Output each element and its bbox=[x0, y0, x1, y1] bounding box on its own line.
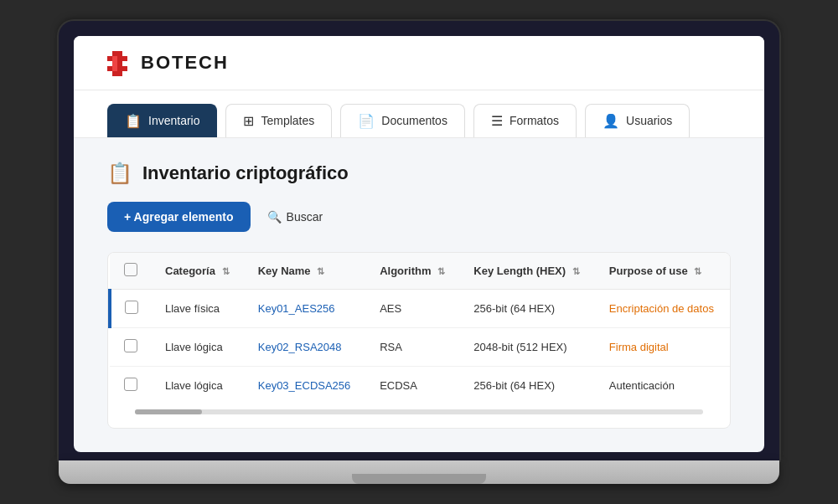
page-title-icon: 📋 bbox=[107, 162, 132, 185]
col-purpose-label: Purpose of use bbox=[609, 265, 688, 277]
logo-icon bbox=[107, 49, 134, 76]
col-key-length-label: Key Length (HEX) bbox=[473, 265, 566, 277]
col-algorithm-label: Algorithm bbox=[380, 265, 431, 277]
svg-rect-3 bbox=[112, 56, 117, 61]
sort-categoria-icon[interactable]: ⇅ bbox=[222, 266, 230, 276]
add-element-button[interactable]: + Agregar elemento bbox=[107, 202, 251, 232]
tab-documentos[interactable]: 📄 Documentos bbox=[340, 104, 465, 137]
cell-key-length: 256-bit (64 HEX) bbox=[460, 366, 596, 404]
table-row: Llave lógicaKey02_RSA2048RSA2048-bit (51… bbox=[110, 327, 730, 366]
col-key-name: Key Name ⇅ bbox=[245, 253, 366, 290]
cell-categoria: Llave lógica bbox=[152, 327, 245, 366]
row-checkbox[interactable] bbox=[125, 301, 138, 314]
col-key-length: Key Length (HEX) ⇅ bbox=[460, 253, 596, 290]
cell-purpose: Firma digital bbox=[596, 327, 730, 366]
sort-keyname-icon[interactable]: ⇅ bbox=[317, 266, 324, 276]
svg-rect-7 bbox=[117, 61, 122, 66]
select-all-checkbox[interactable] bbox=[124, 263, 137, 276]
checkbox-col-header bbox=[110, 253, 152, 290]
table-body: Llave físicaKey01_AES256AES256-bit (64 H… bbox=[110, 289, 730, 404]
brand-name: BOTECH bbox=[141, 52, 229, 74]
col-categoria: Categoría ⇅ bbox=[152, 253, 245, 290]
sort-purpose-icon[interactable]: ⇅ bbox=[694, 266, 701, 276]
svg-rect-6 bbox=[112, 61, 117, 66]
svg-rect-9 bbox=[112, 66, 117, 71]
formatos-icon: ☰ bbox=[491, 113, 503, 129]
svg-rect-0 bbox=[112, 51, 117, 56]
action-row: + Agregar elemento 🔍 Buscar bbox=[107, 202, 731, 232]
search-button[interactable]: 🔍 Buscar bbox=[267, 210, 323, 224]
table-row: Llave físicaKey01_AES256AES256-bit (64 H… bbox=[110, 289, 730, 327]
table-header-row: Categoría ⇅ Key Name ⇅ Algorithm bbox=[110, 253, 730, 290]
laptop-base bbox=[59, 460, 779, 484]
cell-key-length: 256-bit (64 HEX) bbox=[460, 289, 596, 327]
col-categoria-label: Categoría bbox=[165, 265, 215, 277]
templates-icon: ⊞ bbox=[243, 113, 254, 129]
cell-algorithm: RSA bbox=[366, 327, 460, 366]
cell-key-name: Key01_AES256 bbox=[245, 289, 366, 327]
tab-usuarios[interactable]: 👤 Usuarios bbox=[585, 104, 690, 137]
cell-key-length: 2048-bit (512 HEX) bbox=[460, 327, 596, 366]
tab-inventario-label: Inventario bbox=[148, 114, 199, 127]
navigation: 📋 Inventario ⊞ Templates 📄 Documentos bbox=[74, 90, 764, 138]
sort-keylength-icon[interactable]: ⇅ bbox=[572, 266, 580, 276]
svg-rect-11 bbox=[122, 66, 127, 71]
row-checkbox-cell bbox=[110, 366, 152, 404]
page-title-row: 📋 Inventario criptográfico bbox=[107, 162, 731, 185]
col-key-name-label: Key Name bbox=[258, 265, 311, 277]
svg-rect-1 bbox=[117, 51, 122, 56]
search-icon: 🔍 bbox=[267, 210, 282, 224]
inventory-table: Categoría ⇅ Key Name ⇅ Algorithm bbox=[108, 253, 730, 404]
tab-usuarios-label: Usuarios bbox=[626, 114, 672, 127]
app-header: BOTECH bbox=[74, 36, 764, 90]
scroll-thumb[interactable] bbox=[135, 409, 202, 414]
svg-rect-5 bbox=[122, 56, 127, 61]
cell-algorithm: ECDSA bbox=[366, 366, 460, 404]
cell-categoria: Llave lógica bbox=[152, 366, 245, 404]
inventario-icon: 📋 bbox=[125, 113, 142, 129]
nav-tabs: 📋 Inventario ⊞ Templates 📄 Documentos bbox=[107, 104, 731, 137]
data-table: Categoría ⇅ Key Name ⇅ Algorithm bbox=[107, 252, 731, 429]
tab-formatos[interactable]: ☰ Formatos bbox=[473, 104, 577, 137]
main-content: 📋 Inventario criptográfico + Agregar ele… bbox=[74, 138, 764, 452]
cell-purpose: Encriptación de datos bbox=[596, 289, 730, 327]
search-label: Buscar bbox=[287, 210, 323, 224]
row-checkbox[interactable] bbox=[124, 378, 137, 391]
cell-key-name: Key03_ECDSA256 bbox=[245, 366, 366, 404]
cell-key-name: Key02_RSA2048 bbox=[245, 327, 366, 366]
cell-algorithm: AES bbox=[366, 289, 460, 327]
tab-formatos-label: Formatos bbox=[510, 114, 559, 127]
row-checkbox-cell bbox=[110, 289, 152, 327]
svg-rect-4 bbox=[117, 56, 122, 61]
page-title: Inventario criptográfico bbox=[142, 162, 349, 184]
row-checkbox[interactable] bbox=[124, 339, 137, 352]
table-row: Llave lógicaKey03_ECDSA256ECDSA256-bit (… bbox=[110, 366, 730, 404]
svg-rect-12 bbox=[112, 71, 117, 76]
tab-templates-label: Templates bbox=[261, 114, 314, 127]
col-purpose: Purpose of use ⇅ bbox=[596, 253, 730, 290]
usuarios-icon: 👤 bbox=[603, 113, 619, 129]
col-algorithm: Algorithm ⇅ bbox=[366, 253, 460, 290]
tab-documentos-label: Documentos bbox=[381, 114, 447, 127]
row-checkbox-cell bbox=[110, 327, 152, 366]
cell-categoria: Llave física bbox=[152, 289, 245, 327]
tab-inventario[interactable]: 📋 Inventario bbox=[107, 104, 217, 137]
svg-rect-10 bbox=[117, 66, 122, 71]
sort-algorithm-icon[interactable]: ⇅ bbox=[437, 266, 445, 276]
documentos-icon: 📄 bbox=[358, 113, 375, 129]
horizontal-scrollbar[interactable] bbox=[135, 409, 703, 414]
tab-templates[interactable]: ⊞ Templates bbox=[225, 104, 332, 137]
svg-rect-2 bbox=[107, 56, 112, 61]
svg-rect-13 bbox=[117, 71, 122, 76]
cell-purpose: Autenticación bbox=[596, 366, 730, 404]
logo: BOTECH bbox=[107, 49, 229, 76]
scroll-bar-area bbox=[108, 404, 730, 428]
svg-rect-8 bbox=[107, 66, 112, 71]
